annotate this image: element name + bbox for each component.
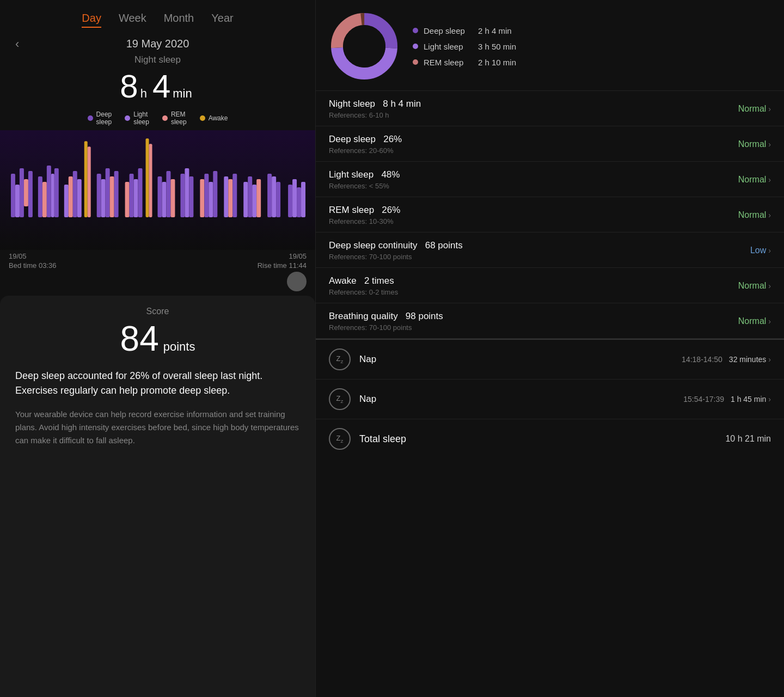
svg-rect-18 <box>101 179 106 217</box>
legend-rem: REM sleep 2 h 10 min <box>413 58 516 67</box>
svg-rect-2 <box>15 185 20 217</box>
metric-awake-ref: References: 0-2 times <box>329 288 398 296</box>
svg-rect-22 <box>125 182 130 217</box>
nap-duration-2: 1 h 45 min <box>731 395 766 403</box>
metric-night-sleep-status: Normal <box>738 104 767 114</box>
svg-rect-12 <box>69 176 73 217</box>
metric-rem-sleep[interactable]: REM sleep 26% References: 10-30% Normal … <box>316 197 784 233</box>
svg-rect-37 <box>209 182 213 217</box>
metric-light-sleep-ref: References: < 55% <box>329 182 400 190</box>
nap-row-1[interactable]: ZZ Nap 14:18-14:50 32 minutes › <box>316 340 784 380</box>
svg-rect-11 <box>64 185 69 217</box>
svg-rect-47 <box>272 176 276 217</box>
light-label: Light sleep <box>424 42 473 51</box>
legend-awake: Awake <box>200 111 228 126</box>
sleep-min-unit: min <box>173 87 192 101</box>
svg-rect-9 <box>51 174 54 217</box>
metric-breathing-status: Normal <box>738 316 767 326</box>
svg-rect-16 <box>88 146 91 217</box>
legend-light-sleep: Light sleep <box>125 111 149 126</box>
tab-day[interactable]: Day <box>82 12 101 28</box>
nap-icon-1: ZZ <box>329 348 351 370</box>
sleep-chart-svg <box>0 130 315 250</box>
metric-breathing[interactable]: Breathing quality 98 points References: … <box>316 303 784 339</box>
score-display: 84 points <box>15 319 300 359</box>
svg-rect-28 <box>158 176 162 217</box>
rem-sleep-label: REM sleep <box>171 111 187 126</box>
sleep-chart <box>0 130 315 250</box>
svg-rect-5 <box>28 171 33 217</box>
donut-section: Deep sleep 2 h 4 min Light sleep 3 h 50 … <box>316 0 784 91</box>
metric-deep-sleep[interactable]: Deep sleep 26% References: 20-60% Normal… <box>316 126 784 162</box>
nav-row: ‹ 19 May 2020 <box>0 33 315 51</box>
svg-rect-52 <box>301 182 305 217</box>
nap-row-2[interactable]: ZZ Nap 15:54-17:39 1 h 45 min › <box>316 380 784 419</box>
legend-light: Light sleep 3 h 50 min <box>413 42 516 51</box>
metric-rem-sleep-name: REM sleep 26% <box>329 205 400 216</box>
metric-rem-sleep-ref: References: 10-30% <box>329 217 400 225</box>
metric-breathing-name: Breathing quality 98 points <box>329 311 443 322</box>
svg-rect-44 <box>252 185 256 217</box>
svg-rect-51 <box>297 187 301 217</box>
metric-light-sleep[interactable]: Light sleep 48% References: < 55% Normal… <box>316 162 784 197</box>
rem-label: REM sleep <box>424 58 473 67</box>
left-panel: Day Week Month Year ‹ 19 May 2020 Night … <box>0 0 316 697</box>
svg-rect-36 <box>204 174 209 217</box>
svg-rect-13 <box>73 171 77 217</box>
tab-year[interactable]: Year <box>211 12 233 28</box>
chevron-icon: › <box>768 395 771 403</box>
date-label: 19 May 2020 <box>126 38 189 50</box>
chart-legend: Deep sleep Light sleep REM sleep Awake <box>0 111 315 126</box>
svg-rect-20 <box>110 176 114 217</box>
insight-text: Deep sleep accounted for 26% of overall … <box>15 369 300 398</box>
metric-continuity-name: Deep sleep continuity 68 points <box>329 240 463 251</box>
svg-rect-48 <box>276 182 280 217</box>
tab-bar: Day Week Month Year <box>0 0 315 33</box>
svg-rect-38 <box>213 171 217 217</box>
sleep-hours: 8 <box>120 68 138 105</box>
metric-deep-continuity[interactable]: Deep sleep continuity 68 points Referenc… <box>316 233 784 268</box>
scroll-dot[interactable] <box>287 272 307 291</box>
nap-time-2: 15:54-17:39 <box>683 395 724 403</box>
svg-rect-45 <box>256 179 261 217</box>
awake-label: Awake <box>209 114 228 122</box>
donut-chart <box>329 11 400 82</box>
nap-icon-2: ZZ <box>329 388 351 410</box>
metric-rem-sleep-status: Normal <box>738 210 767 220</box>
metrics-list: Night sleep 8 h 4 min References: 6-10 h… <box>316 91 784 697</box>
tab-week[interactable]: Week <box>119 12 146 28</box>
metric-night-sleep[interactable]: Night sleep 8 h 4 min References: 6-10 h… <box>316 91 784 126</box>
rem-dot <box>413 59 418 65</box>
rem-sleep-dot <box>162 115 168 121</box>
deep-sleep-label: Deep sleep <box>96 111 112 126</box>
svg-rect-41 <box>232 174 237 217</box>
svg-rect-43 <box>248 176 252 217</box>
night-sleep-label: Night sleep <box>0 54 315 65</box>
deep-sleep-dot <box>88 115 93 121</box>
nap-duration-1: 32 minutes <box>729 355 766 364</box>
metric-awake[interactable]: Awake 2 times References: 0-2 times Norm… <box>316 268 784 303</box>
svg-rect-35 <box>200 179 204 217</box>
sleep-donut-legend: Deep sleep 2 h 4 min Light sleep 3 h 50 … <box>413 26 516 67</box>
score-label: Score <box>15 307 300 316</box>
svg-rect-15 <box>84 141 88 217</box>
legend-rem-sleep: REM sleep <box>162 111 187 126</box>
svg-rect-40 <box>228 179 232 217</box>
chevron-icon: › <box>768 246 771 255</box>
svg-rect-29 <box>162 182 166 217</box>
metric-night-sleep-ref: References: 6-10 h <box>329 111 421 119</box>
total-sleep-row: ZZ Total sleep 10 h 21 min <box>316 419 784 458</box>
svg-rect-31 <box>170 179 175 217</box>
nap-label-2: Nap <box>359 394 683 405</box>
svg-rect-6 <box>38 176 42 217</box>
svg-rect-26 <box>146 138 149 217</box>
svg-rect-30 <box>166 171 170 217</box>
tab-month[interactable]: Month <box>164 12 194 28</box>
light-dot <box>413 44 418 49</box>
total-icon: ZZ <box>329 428 351 450</box>
back-arrow[interactable]: ‹ <box>15 37 19 51</box>
sleep-time-display: 8 h 4 min <box>0 68 315 105</box>
svg-rect-25 <box>138 168 143 217</box>
chevron-icon: › <box>768 140 771 149</box>
metric-continuity-ref: References: 70-100 points <box>329 253 463 261</box>
